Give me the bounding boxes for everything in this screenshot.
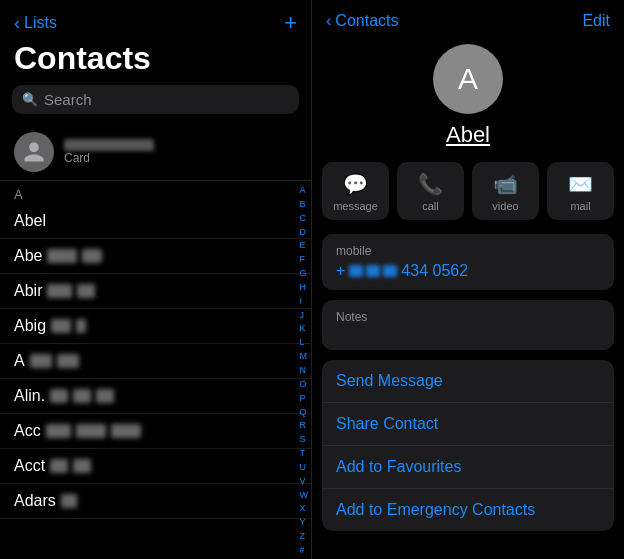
left-nav: ‹ Lists + <box>0 0 311 38</box>
list-item[interactable]: Abe <box>0 239 311 274</box>
blurred-suffix <box>51 319 71 333</box>
message-button[interactable]: 💬 message <box>322 162 389 220</box>
call-label: call <box>422 200 439 212</box>
blurred-num3 <box>383 265 397 277</box>
back-label: Lists <box>24 14 57 32</box>
contact-item-abel[interactable]: Abel <box>0 204 311 239</box>
contact-name-blurred: A <box>14 352 79 370</box>
mail-button[interactable]: ✉️ mail <box>547 162 614 220</box>
call-icon: 📞 <box>418 172 443 196</box>
call-button[interactable]: 📞 call <box>397 162 464 220</box>
contact-name-blurred: Abig <box>14 317 86 335</box>
blurred-suffix <box>61 494 77 508</box>
right-nav: ‹ Contacts Edit <box>312 0 624 34</box>
add-contact-button[interactable]: + <box>284 12 297 34</box>
blurred-suffix3 <box>111 424 141 438</box>
mail-icon: ✉️ <box>568 172 593 196</box>
phone-prefix: + <box>336 262 345 280</box>
section-header-a: A <box>0 181 311 204</box>
blurred-suffix <box>47 249 77 263</box>
my-card-row[interactable]: Card <box>0 124 311 181</box>
phone-number: 434 0562 <box>401 262 468 280</box>
contact-name-blurred: Abe <box>14 247 102 265</box>
contact-avatar: A <box>433 44 503 114</box>
page-title: Contacts <box>0 38 311 85</box>
action-buttons: 💬 message 📞 call 📹 video ✉️ mail <box>312 162 624 220</box>
person-icon <box>22 140 46 164</box>
contact-name-blurred: Acct <box>14 457 91 475</box>
chevron-left-icon: ‹ <box>14 13 20 34</box>
list-item[interactable]: Alin. <box>0 379 311 414</box>
edit-button[interactable]: Edit <box>582 12 610 30</box>
contact-full-name: Abel <box>446 122 490 148</box>
contact-name-blurred: Acc <box>14 422 141 440</box>
blurred-suffix <box>50 389 68 403</box>
blurred-suffix2 <box>76 319 86 333</box>
message-label: message <box>333 200 378 212</box>
blurred-suffix2 <box>82 249 102 263</box>
video-label: video <box>492 200 518 212</box>
video-icon: 📹 <box>493 172 518 196</box>
blurred-num2 <box>366 265 380 277</box>
video-button[interactable]: 📹 video <box>472 162 539 220</box>
blurred-suffix <box>30 354 52 368</box>
blurred-suffix2 <box>73 389 91 403</box>
blurred-suffix3 <box>96 389 114 403</box>
phone-label: mobile <box>336 244 600 258</box>
list-item[interactable]: Acct <box>0 449 311 484</box>
search-placeholder: Search <box>44 91 92 108</box>
search-bar[interactable]: 🔍 Search <box>12 85 299 114</box>
blurred-suffix2 <box>77 284 95 298</box>
back-to-lists[interactable]: ‹ Lists <box>14 13 57 34</box>
action-list: Send Message Share Contact Add to Favour… <box>322 360 614 531</box>
blurred-suffix <box>50 459 68 473</box>
alpha-index[interactable]: A B C D E F G H I J K L M N O P Q R S T … <box>297 181 312 559</box>
contact-header: A Abel <box>312 34 624 162</box>
blurred-suffix2 <box>73 459 91 473</box>
blurred-suffix2 <box>76 424 106 438</box>
notes-section: Notes <box>322 300 614 350</box>
list-item[interactable]: Acc <box>0 414 311 449</box>
blurred-num1 <box>349 265 363 277</box>
search-icon: 🔍 <box>22 92 38 107</box>
list-item[interactable]: Adars <box>0 484 311 519</box>
blurred-suffix <box>47 284 72 298</box>
blurred-suffix <box>46 424 71 438</box>
phone-blurred <box>349 265 397 277</box>
mail-label: mail <box>570 200 590 212</box>
chevron-left-icon: ‹ <box>326 12 331 30</box>
list-item[interactable]: Abig <box>0 309 311 344</box>
my-card-label: Card <box>64 151 154 165</box>
my-card-avatar <box>14 132 54 172</box>
blurred-suffix2 <box>57 354 79 368</box>
contact-name: Abel <box>14 212 46 230</box>
contact-name-blurred: Abir <box>14 282 95 300</box>
notes-label: Notes <box>336 310 600 324</box>
back-label: Contacts <box>335 12 398 30</box>
contact-name-blurred: Adars <box>14 492 77 510</box>
left-panel: ‹ Lists + Contacts 🔍 Search Card A Abel … <box>0 0 312 559</box>
send-message-button[interactable]: Send Message <box>322 360 614 403</box>
add-to-favourites-button[interactable]: Add to Favourites <box>322 446 614 489</box>
phone-value: + 434 0562 <box>336 262 600 280</box>
my-card-text: Card <box>64 139 154 165</box>
my-card-name-blurred <box>64 139 154 151</box>
phone-section: mobile + 434 0562 <box>322 234 614 290</box>
contacts-list: A Abel Abe Abir Abig A <box>0 181 311 559</box>
back-to-contacts[interactable]: ‹ Contacts <box>326 12 398 30</box>
list-item[interactable]: Abir <box>0 274 311 309</box>
message-icon: 💬 <box>343 172 368 196</box>
share-contact-button[interactable]: Share Contact <box>322 403 614 446</box>
right-panel: ‹ Contacts Edit A Abel 💬 message 📞 call … <box>312 0 624 559</box>
list-item[interactable]: A <box>0 344 311 379</box>
add-to-emergency-button[interactable]: Add to Emergency Contacts <box>322 489 614 531</box>
contact-name-blurred: Alin. <box>14 387 114 405</box>
